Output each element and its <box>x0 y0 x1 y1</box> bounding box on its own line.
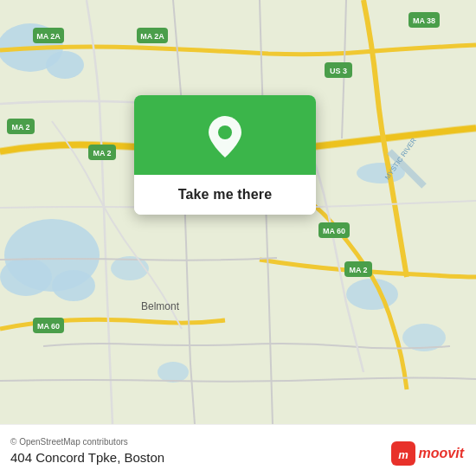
svg-text:MA 2: MA 2 <box>93 149 111 158</box>
svg-text:MA 2: MA 2 <box>11 123 29 132</box>
svg-point-9 <box>158 362 189 383</box>
svg-text:MA 60: MA 60 <box>37 322 60 331</box>
svg-text:m: m <box>398 448 408 461</box>
moovit-logo: m moovit <box>391 441 464 466</box>
map-container: MA 2A MA 2A MA 38 US 3 MA 2 MA 2 MA 60 M… <box>0 0 476 424</box>
svg-text:Belmont: Belmont <box>141 300 180 312</box>
location-pin-icon <box>206 114 244 159</box>
bottom-info-bar: © OpenStreetMap contributors 404 Concord… <box>0 424 476 476</box>
svg-point-5 <box>46 51 84 79</box>
take-me-there-button[interactable]: Take me there <box>134 175 316 215</box>
svg-text:MA 38: MA 38 <box>413 16 435 25</box>
svg-point-7 <box>346 279 398 310</box>
svg-point-31 <box>218 125 232 139</box>
svg-text:MA 2A: MA 2A <box>140 32 164 41</box>
moovit-icon: m <box>391 441 415 466</box>
svg-text:US 3: US 3 <box>330 67 347 75</box>
svg-point-2 <box>0 258 52 296</box>
card-green-header <box>134 95 316 175</box>
moovit-text: moovit <box>419 446 464 461</box>
svg-text:MA 2: MA 2 <box>349 266 367 274</box>
svg-point-3 <box>52 270 95 301</box>
svg-text:MA 60: MA 60 <box>323 227 345 235</box>
svg-text:MA 2A: MA 2A <box>36 32 61 41</box>
destination-card: Take me there <box>134 95 316 215</box>
